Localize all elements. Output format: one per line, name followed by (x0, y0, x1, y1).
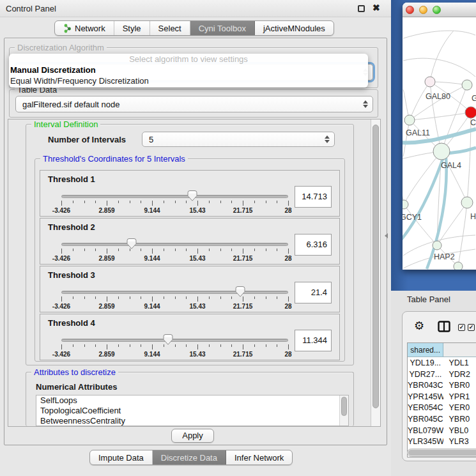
slider-track[interactable] (61, 243, 288, 246)
table-cell[interactable]: YDR2 (443, 369, 476, 380)
slider-track[interactable] (61, 291, 288, 294)
slider-axis-labels: -3.4262.8599.14415.4321.71528 (61, 351, 288, 358)
table-cell[interactable]: YBL0 (443, 425, 476, 436)
column-header-shared[interactable]: shared... (408, 343, 443, 357)
table-cell[interactable]: YER054C (408, 402, 443, 413)
network-canvas[interactable]: GAL80GACGAL11GAL4GCY1HHAP2 (403, 17, 476, 270)
table-cell[interactable]: YBL079W (408, 425, 443, 436)
network-window-titlebar[interactable] (403, 3, 476, 17)
table-row[interactable]: YDL19...YDL1 (408, 357, 476, 369)
network-graph: GAL80GACGAL11GAL4GCY1HHAP2 (403, 17, 476, 270)
axis-tick-label: 2.859 (98, 207, 114, 214)
axis-tick-label: 21.715 (233, 303, 253, 310)
attribute-list-item[interactable]: SelfLoops (36, 395, 348, 406)
table-cell[interactable]: YLR345W (408, 436, 443, 447)
split-pane-collapse-icon[interactable] (385, 233, 388, 238)
zoom-traffic-light-icon[interactable] (433, 6, 441, 14)
close-icon[interactable]: ✖ (372, 3, 380, 13)
scrollbar-thumb[interactable] (408, 450, 476, 456)
threshold-value-field[interactable]: 11.344 (295, 330, 332, 351)
split-view-icon[interactable] (438, 321, 450, 334)
attribute-list-item[interactable]: TopologicalCoefficient (36, 406, 348, 416)
threshold-panel: Threshold 1-3.4262.8599.14415.4321.71528… (40, 170, 340, 217)
slider-thumb[interactable] (187, 190, 197, 201)
table-row[interactable]: YDR27...YDR2 (408, 369, 476, 380)
table-cell[interactable]: YBR0 (443, 413, 476, 425)
tab-label: Discretize Data (161, 453, 217, 463)
network-node[interactable] (465, 107, 476, 118)
slider-thumb[interactable] (163, 334, 173, 345)
threshold-value-field[interactable]: 21.4 (295, 282, 332, 303)
network-node[interactable] (462, 80, 472, 90)
network-node[interactable] (425, 77, 435, 87)
dropdown-option[interactable]: Equal Width/Frequency Discretization (9, 75, 368, 86)
threshold-panel: Threshold 3-3.4262.8599.14415.4321.71528… (40, 266, 340, 312)
close-traffic-light-icon[interactable] (406, 6, 414, 14)
horizontal-scrollbar[interactable] (407, 449, 476, 457)
tab-network[interactable]: Network (55, 21, 114, 35)
network-node[interactable] (454, 262, 463, 270)
slider-track[interactable] (61, 339, 288, 342)
slider-track[interactable] (61, 195, 288, 198)
table-cell[interactable]: YBR043C (408, 380, 443, 391)
threshold-value-field[interactable]: 6.316 (295, 234, 332, 256)
tab-infer-network[interactable]: Infer Network (226, 450, 292, 464)
threshold-value-field[interactable]: 14.713 (295, 186, 332, 208)
attribute-list-item[interactable]: BetweennessCentrality (36, 416, 348, 426)
slider-thumb[interactable] (127, 238, 137, 249)
scrollbar-thumb[interactable] (341, 397, 347, 416)
table-row[interactable]: YLR345WYLR3 (408, 436, 476, 447)
network-node[interactable] (433, 241, 441, 250)
table-cell[interactable]: YDL19... (408, 357, 443, 369)
threshold-label: Threshold 1 (48, 174, 95, 184)
axis-tick-label: 9.144 (144, 255, 160, 262)
minimize-traffic-light-icon[interactable] (419, 6, 427, 14)
slider-thumb[interactable] (235, 286, 245, 297)
table-cell[interactable]: YER0 (443, 402, 476, 413)
tab-cyni-toolbox[interactable]: Cyni Toolbox (190, 21, 255, 35)
table-cell[interactable]: YPR145W (408, 391, 443, 403)
attributes-scrollbar[interactable] (339, 395, 348, 426)
table-row[interactable]: YBR045CYBR0 (408, 413, 476, 425)
thresholds-coordinates-label: Threshold's Coordinates for 5 Intervals (40, 154, 188, 164)
axis-tick-label: 21.715 (233, 351, 253, 358)
checkbox-checked-icon[interactable]: ✓ (458, 324, 465, 331)
table-cell[interactable]: YPR1 (443, 391, 476, 403)
table-cell[interactable]: YBR0 (443, 380, 476, 391)
dropdown-option[interactable]: Manual Discretization (9, 65, 368, 75)
float-window-icon[interactable] (358, 5, 365, 12)
network-node[interactable] (403, 200, 408, 209)
tab-impute-data[interactable]: Impute Data (90, 450, 153, 464)
slider-axis-labels: -3.4262.8599.14415.4321.71528 (61, 303, 288, 311)
axis-tick-label: -3.426 (52, 303, 70, 310)
axis-tick-label: 2.859 (98, 255, 114, 262)
network-node[interactable] (404, 115, 415, 125)
number-of-intervals-combobox[interactable]: 5 (142, 132, 335, 147)
table-row[interactable]: YPR145WYPR1 (408, 391, 476, 403)
table-cell[interactable]: YBR045C (408, 413, 443, 425)
table-row[interactable]: YBL079WYBL0 (408, 425, 476, 436)
network-node[interactable] (433, 143, 450, 160)
axis-tick-label: -3.426 (52, 207, 70, 214)
table-cell[interactable]: YLR3 (443, 436, 476, 447)
combo-arrows-icon (363, 100, 368, 108)
tab-label: Cyni Toolbox (199, 24, 246, 33)
table-cell[interactable]: YDL1 (443, 357, 476, 369)
vertical-scrollbar[interactable] (371, 119, 380, 426)
network-edge (403, 120, 410, 157)
table-data-combobox[interactable]: galFiltered.sif default node (15, 96, 373, 112)
table-row[interactable]: YBR043CYBR0 (408, 380, 476, 391)
table-row[interactable]: YER054CYER0 (408, 402, 476, 413)
table-cell[interactable]: YDR27... (408, 369, 443, 380)
scrollbar-thumb[interactable] (372, 125, 379, 408)
network-node[interactable] (461, 197, 473, 208)
settings-gear-icon[interactable]: ⚙ (414, 320, 424, 332)
dropdown-hint-item[interactable]: Select algorithm to view settings (9, 54, 368, 65)
tab-style[interactable]: Style (114, 21, 150, 35)
apply-button[interactable]: Apply (171, 429, 214, 443)
tab-jactivemnodules[interactable]: jActiveMNodules (255, 21, 334, 35)
checkbox-checked-icon[interactable]: ✓ (468, 324, 475, 331)
tab-select[interactable]: Select (150, 21, 190, 35)
column-header-name[interactable]: n (443, 343, 476, 357)
tab-discretize-data[interactable]: Discretize Data (153, 450, 226, 464)
